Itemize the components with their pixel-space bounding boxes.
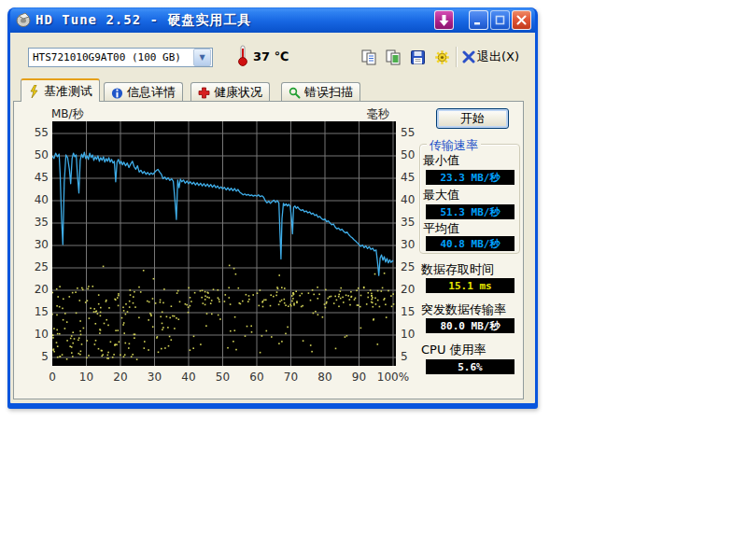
drive-select-value: HTS721010G9AT00 (100 GB)	[29, 51, 193, 63]
tab-info[interactable]: 信息详情	[104, 82, 183, 102]
benchmark-plot-svg	[52, 121, 396, 366]
tab-benchmark[interactable]: 基准测试	[21, 78, 100, 102]
copy-image-button[interactable]	[383, 47, 403, 67]
tab-label: 健康状况	[214, 84, 262, 101]
access-time-value: 15.1 ms	[426, 278, 514, 293]
copy-image-icon	[386, 49, 402, 65]
chevron-down-icon[interactable]: ▼	[193, 49, 211, 66]
titlebar[interactable]: HD Tune 2.52 - 硬盘实用工具	[10, 7, 535, 33]
drive-select[interactable]: HTS721010G9AT00 (100 GB) ▼	[28, 48, 213, 67]
screen: HD Tune 2.52 - 硬盘实用工具 HTS721010	[0, 0, 747, 560]
tab-health[interactable]: 健康状况	[190, 82, 270, 102]
lightning-icon	[28, 85, 40, 97]
tab-label: 基准测试	[44, 83, 92, 100]
y-axis-tick-label: 15	[24, 305, 49, 318]
close-icon	[516, 15, 527, 25]
temperature-value: 37 ℃	[253, 49, 289, 63]
save-icon	[410, 49, 426, 65]
copy-text-button[interactable]	[359, 47, 379, 67]
y-axis-tick-label: 55	[401, 126, 425, 139]
options-button[interactable]	[431, 47, 452, 67]
burst-rate-value: 80.0 MB/秒	[426, 318, 514, 333]
options-gear-icon	[434, 49, 450, 65]
window-title: HD Tune 2.52 - 硬盘实用工具	[35, 12, 251, 29]
x-axis-tick-label: 100%	[374, 371, 413, 384]
health-cross-icon	[198, 87, 210, 99]
y-axis-tick-label: 50	[24, 148, 49, 161]
y-axis-tick-label: 10	[24, 328, 49, 341]
right-axis-caption: 毫秒	[367, 106, 389, 122]
cpu-usage-value: 5.6%	[426, 359, 514, 374]
close-button[interactable]	[512, 10, 531, 30]
benchmark-plot	[52, 121, 396, 366]
transfer-rate-group-title: 传输速率	[427, 137, 481, 154]
benchmark-tabpage: MB/秒 毫秒 555045403530252015105 5550454035…	[13, 101, 524, 399]
min-value: 23.3 MB/秒	[426, 170, 514, 185]
save-button[interactable]	[407, 47, 428, 67]
min-label: 最小值	[423, 152, 459, 169]
minimize-icon	[473, 15, 484, 25]
toolbar-separator	[456, 47, 457, 67]
y-axis-tick-label: 20	[24, 283, 49, 296]
magnifier-icon	[289, 87, 301, 99]
avg-value: 40.8 MB/秒	[426, 236, 514, 251]
download-update-button[interactable]	[434, 10, 454, 30]
exit-x-icon	[462, 50, 475, 63]
hdtune-window: HD Tune 2.52 - 硬盘实用工具 HTS721010	[7, 7, 538, 409]
tab-error-scan[interactable]: 错误扫描	[281, 82, 360, 102]
y-axis-tick-label: 10	[401, 328, 425, 341]
y-axis-tick-label: 55	[24, 126, 49, 139]
max-value: 51.3 MB/秒	[426, 204, 514, 219]
y-axis-tick-label: 35	[24, 216, 49, 229]
y-axis-tick-label: 25	[24, 260, 49, 273]
exit-label: 退出(X)	[477, 49, 519, 65]
tab-label: 信息详情	[127, 84, 176, 101]
window-controls	[432, 10, 531, 30]
burst-rate-label: 突发数据传输率	[421, 301, 506, 318]
left-axis-caption: MB/秒	[51, 106, 84, 122]
access-time-label: 数据存取时间	[421, 261, 494, 278]
y-axis-tick-label: 30	[24, 238, 49, 251]
copy-text-icon	[361, 49, 377, 65]
minimize-button[interactable]	[469, 10, 488, 30]
y-axis-tick-label: 20	[401, 283, 425, 296]
cpu-usage-label: CPU 使用率	[421, 342, 486, 358]
y-axis-tick-label: 5	[24, 350, 49, 363]
maximize-icon	[495, 15, 505, 25]
download-arrow-icon	[439, 15, 449, 26]
y-axis-tick-label: 40	[24, 193, 49, 206]
client-area: HTS721010G9AT00 (100 GB) ▼ 37 ℃	[10, 33, 535, 403]
exit-button[interactable]: 退出(X)	[462, 47, 519, 67]
maximize-button[interactable]	[490, 10, 510, 30]
info-icon	[111, 87, 123, 99]
thermometer-icon	[237, 44, 248, 69]
y-axis-tick-label: 45	[24, 171, 49, 184]
max-label: 最大值	[423, 187, 459, 203]
app-icon	[16, 12, 32, 28]
avg-label: 平均值	[423, 220, 459, 237]
tab-label: 错误扫描	[304, 84, 353, 101]
start-button[interactable]: 开始	[436, 108, 509, 129]
